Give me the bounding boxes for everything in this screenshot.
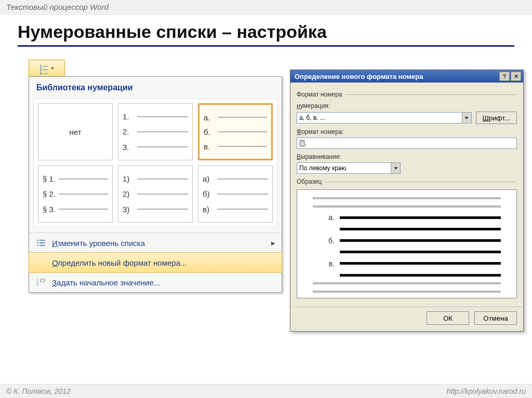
title-underline	[18, 45, 514, 47]
define-number-format-dialog: Определение нового формата номера ? ✕ Фо…	[290, 70, 524, 332]
label-numbering: нумерация:	[297, 102, 517, 109]
svg-text:2: 2	[36, 282, 38, 286]
group-sample-label: Образец	[297, 178, 517, 185]
preset-2[interactable]: а. б. в.	[198, 103, 273, 160]
arrow-right-icon: ▶	[271, 240, 275, 246]
menu-label: Задать начальное значение...	[52, 278, 160, 287]
dialog-titlebar: Определение нового формата номера ? ✕	[290, 70, 523, 83]
footer-url: http://kpolyakov.narod.ru	[447, 387, 526, 395]
svg-text:1: 1	[36, 279, 38, 282]
numbered-list-icon: 1 2 3	[40, 64, 49, 73]
copyright: © К. Поляков, 2012	[6, 387, 71, 395]
label-alignment: Выравнивание:	[297, 153, 517, 160]
numbering-toolbar-button[interactable]: 1 2 3	[29, 60, 65, 76]
ok-button[interactable]: ОК	[427, 311, 469, 325]
label-format: Формат номера:	[297, 128, 517, 135]
dialog-title: Определение нового формата номера	[295, 73, 423, 80]
numbering-dropdown-panel: Библиотека нумерации нет 1. 2. 3. а. б. …	[29, 76, 282, 293]
menu-set-start-value[interactable]: 12 Задать начальное значение...	[29, 272, 282, 292]
blank-icon	[35, 258, 47, 267]
chevron-down-icon	[51, 67, 54, 70]
group-format-label: Формат номера	[297, 91, 517, 98]
start-value-icon: 12	[35, 278, 47, 287]
preset-4[interactable]: 1) 2) 3)	[118, 166, 193, 223]
number-format-input[interactable]: а.	[297, 138, 517, 149]
font-button[interactable]: Шрифт...	[476, 112, 517, 124]
gallery-section-title: Библиотека нумерации	[29, 77, 282, 97]
menu-label: Определить новый формат номера...	[52, 258, 187, 267]
help-button[interactable]: ?	[499, 72, 510, 81]
numbering-gallery: нет 1. 2. 3. а. б. в. § 1. § 2. § 3. 1) …	[33, 99, 277, 227]
menu-define-new-format[interactable]: Определить новый формат номера...	[29, 252, 282, 273]
preset-none[interactable]: нет	[38, 103, 113, 160]
close-button[interactable]: ✕	[511, 72, 521, 81]
preset-3[interactable]: § 1. § 2. § 3.	[38, 166, 113, 223]
slide-footer: © К. Поляков, 2012 http://kpolyakov.naro…	[0, 384, 532, 398]
slide-title: Нумерованные списки – настройка	[0, 15, 532, 45]
chevron-down-icon	[462, 113, 471, 123]
indent-icon	[35, 238, 47, 248]
preview-box: а. б. в.	[297, 189, 517, 298]
alignment-select[interactable]: По левому краю	[297, 162, 401, 174]
menu-label: Изменить уровень списка	[52, 239, 145, 248]
preset-5[interactable]: а) б) в)	[198, 166, 273, 223]
chevron-down-icon	[391, 163, 400, 173]
preset-1[interactable]: 1. 2. 3.	[118, 103, 193, 160]
slide-subtitle: Текстовый процессор Word	[0, 0, 532, 15]
menu-change-level[interactable]: Изменить уровень списка ▶	[29, 233, 282, 253]
numbering-style-select[interactable]: а, б, в, ...	[297, 112, 472, 123]
svg-rect-2	[41, 279, 45, 282]
cancel-button[interactable]: Отмена	[474, 311, 517, 325]
